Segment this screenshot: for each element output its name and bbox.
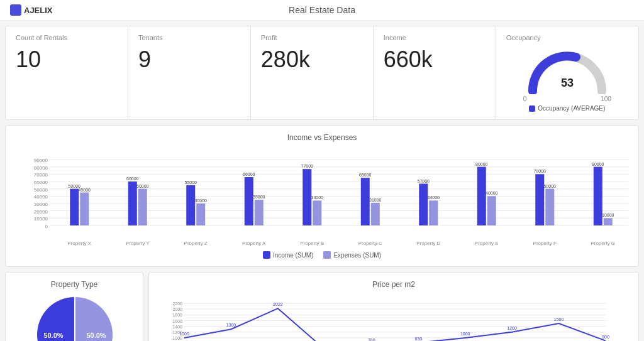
pie-section: Property Type 50.0% 50.0% Commercial Pri… (5, 272, 143, 341)
gauge-legend: Occupancy (AVERAGE) (529, 105, 605, 112)
svg-rect-35 (245, 177, 253, 225)
svg-text:90000: 90000 (34, 158, 48, 163)
svg-text:31000: 31000 (369, 198, 382, 202)
svg-text:Property B: Property B (300, 241, 324, 246)
svg-rect-20 (70, 189, 79, 225)
page-title: Real Estate Data (289, 5, 355, 15)
legend-expenses-label: Expenses (SUM) (333, 252, 381, 259)
svg-text:Property A: Property A (242, 241, 266, 246)
svg-text:Property Z: Property Z (184, 241, 208, 246)
legend-expenses-box (323, 251, 331, 259)
legend-income-label: Income (SUM) (273, 252, 313, 259)
svg-rect-25 (128, 181, 137, 225)
svg-text:1000: 1000 (179, 332, 189, 336)
svg-text:30000: 30000 (195, 198, 208, 203)
svg-text:Property C: Property C (358, 241, 382, 246)
line-chart-svg: -200020040060080010001200140016001800200… (159, 294, 612, 341)
card-count-rentals-value: 10 (16, 46, 118, 73)
svg-rect-32 (196, 203, 205, 225)
svg-text:2000: 2000 (172, 307, 182, 311)
svg-text:66000: 66000 (243, 172, 255, 176)
svg-text:2200: 2200 (172, 301, 182, 306)
svg-text:50000: 50000 (136, 184, 149, 188)
svg-text:Property G: Property G (591, 241, 615, 246)
svg-text:Property F: Property F (533, 241, 557, 246)
svg-text:80000: 80000 (34, 165, 48, 171)
card-profit-label: Profit (261, 34, 363, 41)
logo-text: AJELIX (24, 6, 53, 15)
bar-chart-title: Income vs Expenses (16, 133, 628, 142)
svg-text:60000: 60000 (126, 176, 139, 181)
logo-icon (10, 4, 21, 16)
svg-rect-37 (255, 200, 264, 225)
bar-chart-section: Income vs Expenses 010000200003000040000… (5, 125, 639, 267)
svg-rect-45 (361, 178, 370, 225)
svg-rect-65 (594, 167, 602, 225)
svg-text:45000: 45000 (79, 188, 91, 192)
card-income-label: Income (384, 34, 486, 41)
svg-text:830: 830 (414, 337, 422, 341)
top-cards: Count of Rentals 10 Tenants 9 Profit 280… (5, 26, 639, 120)
svg-text:0: 0 (45, 224, 48, 229)
card-count-rentals-label: Count of Rentals (16, 34, 118, 41)
svg-text:1500: 1500 (554, 317, 564, 322)
svg-text:34000: 34000 (311, 195, 324, 200)
svg-rect-67 (604, 218, 613, 225)
svg-text:65000: 65000 (359, 173, 372, 177)
svg-rect-30 (186, 185, 195, 225)
svg-rect-47 (371, 203, 380, 225)
svg-rect-22 (80, 193, 89, 226)
legend-income-box (263, 251, 270, 259)
bottom-row: Property Type 50.0% 50.0% Commercial Pri… (5, 272, 639, 341)
svg-text:55000: 55000 (185, 180, 197, 185)
logo: AJELIX (10, 4, 53, 16)
card-occupancy: Occupancy 53 0 100 Occupancy (AVERAGE) (496, 26, 638, 119)
svg-rect-60 (535, 174, 544, 225)
bar-chart-svg: 0100002000030000400005000060000700008000… (16, 147, 628, 247)
svg-text:Property D: Property D (416, 241, 440, 246)
pie-chart-title: Property Type (16, 280, 133, 289)
line-section: Price per m2 -20002004006008001000120014… (148, 272, 639, 341)
svg-text:80000: 80000 (475, 162, 488, 166)
svg-text:60000: 60000 (34, 180, 48, 185)
svg-text:10000: 10000 (602, 213, 614, 217)
svg-text:1800: 1800 (172, 313, 182, 317)
svg-rect-27 (138, 189, 147, 225)
card-count-rentals: Count of Rentals 10 (6, 26, 128, 119)
svg-text:2022: 2022 (273, 302, 283, 306)
svg-rect-40 (303, 169, 311, 225)
legend-income: Income (SUM) (263, 251, 313, 259)
legend-expenses: Expenses (SUM) (323, 251, 381, 259)
svg-text:1400: 1400 (172, 325, 182, 329)
svg-text:1600: 1600 (172, 319, 182, 323)
gauge-labels: 0 100 (523, 95, 611, 102)
svg-text:780: 780 (368, 338, 375, 341)
svg-text:50.0%: 50.0% (86, 332, 106, 339)
svg-text:70000: 70000 (534, 169, 547, 173)
card-profit: Profit 280k (251, 26, 374, 119)
svg-rect-55 (477, 167, 486, 225)
svg-text:1300: 1300 (226, 323, 236, 327)
svg-text:34000: 34000 (428, 195, 440, 200)
svg-text:80000: 80000 (592, 162, 604, 166)
card-tenants-label: Tenants (138, 34, 240, 41)
card-profit-value: 280k (261, 46, 363, 73)
card-income-value: 660k (384, 46, 486, 73)
header: AJELIX Real Estate Data (0, 0, 644, 21)
svg-text:Property X: Property X (67, 241, 91, 246)
gauge-min: 0 (523, 95, 527, 102)
svg-text:77000: 77000 (301, 164, 314, 168)
svg-text:10000: 10000 (34, 216, 48, 222)
bar-chart-legend: Income (SUM) Expenses (SUM) (16, 251, 628, 259)
svg-rect-50 (419, 184, 428, 226)
svg-text:1200: 1200 (507, 326, 517, 330)
svg-rect-57 (487, 196, 496, 225)
card-occupancy-label: Occupancy (506, 34, 541, 41)
gauge-container: 53 0 100 Occupancy (AVERAGE) (506, 44, 628, 112)
svg-text:Property Y: Property Y (126, 241, 150, 246)
gauge-max: 100 (601, 95, 611, 102)
svg-rect-42 (313, 200, 321, 225)
svg-text:35000: 35000 (253, 195, 265, 199)
svg-rect-52 (429, 200, 438, 225)
svg-rect-62 (545, 189, 554, 225)
